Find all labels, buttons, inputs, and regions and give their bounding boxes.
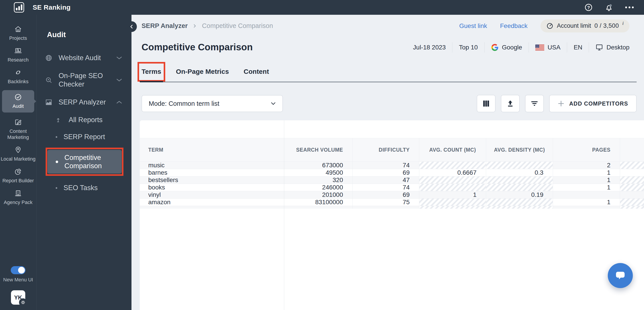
column-header-pages[interactable]: PAGES xyxy=(553,138,620,162)
return-arrow-icon xyxy=(56,116,62,123)
sidebar-item-agency-pack[interactable]: Agency Pack xyxy=(0,189,36,205)
menu-item-website-audit[interactable]: Website Audit xyxy=(36,54,132,62)
guest-link[interactable]: Guest link xyxy=(459,22,487,30)
tab-terms[interactable]: Terms xyxy=(142,62,161,82)
pages-cell: 1 xyxy=(553,169,620,176)
breadcrumb-parent[interactable]: SERP Analyzer xyxy=(142,22,188,30)
term-cell: music xyxy=(140,162,284,169)
pages-cell: 1 xyxy=(553,176,620,184)
term-cell: vinyl xyxy=(140,191,284,198)
column-header-difficulty[interactable]: DIFFICULTY xyxy=(352,138,419,162)
report-depth[interactable]: Top 10 xyxy=(452,42,484,52)
sidebar-item-audit[interactable]: Audit xyxy=(2,90,34,112)
competitors-row xyxy=(140,120,644,138)
new-menu-ui-label: New Menu UI xyxy=(3,277,33,283)
toggle-knob xyxy=(18,267,25,274)
search-volume-cell: 673000 xyxy=(284,162,352,169)
breadcrumb: SERP Analyzer Competitive Comparison xyxy=(142,22,273,30)
column-header-term[interactable]: TERM xyxy=(140,138,284,162)
chevron-down-icon xyxy=(116,56,122,60)
building-icon xyxy=(14,189,22,197)
terms-table-card: TERM SEARCH VOLUME DIFFICULTY AVG. COUNT… xyxy=(140,120,644,310)
feedback-link[interactable]: Feedback xyxy=(500,22,528,30)
sidebar-item-report-builder[interactable]: Report Builder xyxy=(0,168,36,184)
audit-panel-title: Audit xyxy=(36,30,132,39)
difficulty-cell: 74 xyxy=(352,184,419,191)
report-language[interactable]: EN xyxy=(567,42,589,52)
column-header-search-volume[interactable]: SEARCH VOLUME xyxy=(284,138,352,162)
chevron-down-icon xyxy=(271,102,276,105)
sidebar-item-projects[interactable]: Projects xyxy=(0,25,36,41)
search-volume-cell: 246000 xyxy=(284,184,352,191)
header-actions: Guest link Feedback Account limit 0 / 3,… xyxy=(459,20,630,32)
live-chat-button[interactable] xyxy=(608,263,633,288)
collapse-sidebar-button[interactable] xyxy=(126,21,137,32)
submenu-item-all-reports[interactable]: All Reports xyxy=(36,116,132,124)
brand: SE Ranking xyxy=(14,2,71,12)
table-row[interactable]: vinyl 201000 69 1 0.19 xyxy=(140,191,644,198)
table-header: TERM SEARCH VOLUME DIFFICULTY AVG. COUNT… xyxy=(140,138,644,162)
usa-flag-icon xyxy=(535,44,544,50)
info-icon: i xyxy=(622,20,624,26)
bullet-dot-icon xyxy=(56,160,58,163)
table-row[interactable]: bestsellers 320 47 1 xyxy=(140,176,644,184)
report-region[interactable]: USA xyxy=(528,42,567,52)
avg-density-cell: 0.19 xyxy=(486,191,553,198)
plus-icon xyxy=(558,100,564,107)
menu-item-serp-analyzer[interactable]: SERP Analyzer xyxy=(36,98,132,106)
submenu-item-competitive-comparison[interactable]: Competitive Comparison xyxy=(48,150,122,174)
more-menu-icon[interactable] xyxy=(625,6,634,9)
home-icon xyxy=(14,25,22,33)
submenu-item-serp-report[interactable]: SERP Report xyxy=(36,133,132,141)
avg-count-cell xyxy=(419,176,486,184)
columns-button[interactable] xyxy=(477,95,496,112)
brand-name: SE Ranking xyxy=(33,4,71,11)
column-header-avg-count[interactable]: AVG. COUNT (MC) xyxy=(419,138,486,162)
table-row[interactable]: barnes 49500 69 0.6667 0.3 1 xyxy=(140,169,644,176)
mode-select[interactable]: Mode: Common term list xyxy=(142,95,283,112)
gauge-icon xyxy=(546,22,554,30)
column-header-avg-density[interactable]: AVG. DENSITY (MC) xyxy=(486,138,553,162)
term-cell: barnes xyxy=(140,169,284,176)
search-volume-cell: 49500 xyxy=(284,169,352,176)
serp-chart-icon xyxy=(45,98,53,106)
add-competitors-button[interactable]: ADD COMPETITORS xyxy=(549,95,637,112)
primary-sidebar: Projects Research Backlinks Audit Conten… xyxy=(0,15,36,310)
avg-count-cell xyxy=(419,184,486,191)
report-date[interactable]: Jul-18 2023 xyxy=(413,42,452,52)
report-search-engine[interactable]: Google xyxy=(484,42,528,52)
help-icon[interactable]: ? xyxy=(584,3,593,12)
table-body: music 673000 74 2 barnes 49500 69 0.6667… xyxy=(140,162,644,206)
export-button[interactable] xyxy=(501,95,520,112)
menu-item-onpage-seo-checker[interactable]: On-Page SEO Checker xyxy=(36,72,132,88)
filter-button[interactable] xyxy=(525,95,544,112)
settings-gear-icon[interactable] xyxy=(19,298,27,306)
account-limit-badge[interactable]: Account limit 0 / 3,500 i xyxy=(540,20,630,32)
globe-icon xyxy=(45,54,53,62)
breadcrumb-bar: SERP Analyzer Competitive Comparison Gue… xyxy=(132,15,644,37)
sidebar-item-content-marketing[interactable]: Content Marketing xyxy=(0,118,36,140)
user-avatar[interactable]: YK xyxy=(11,290,25,305)
avg-count-cell xyxy=(419,162,486,169)
sidebar-item-backlinks[interactable]: Backlinks xyxy=(0,68,36,84)
sidebar-item-local-marketing[interactable]: Local Marketing xyxy=(0,146,36,162)
table-row[interactable]: amazon 83100000 75 1 xyxy=(140,198,644,206)
sidebar-item-research[interactable]: Research xyxy=(0,47,36,63)
avg-density-cell xyxy=(486,162,553,169)
app-window: SE Ranking ? Projects Research xyxy=(0,0,644,310)
difficulty-cell: 69 xyxy=(352,169,419,176)
difficulty-cell: 74 xyxy=(352,162,419,169)
bullet-dot-icon xyxy=(56,136,57,138)
search-volume-cell: 83100000 xyxy=(284,198,352,206)
bullet-dot-icon xyxy=(56,187,57,189)
bell-icon[interactable] xyxy=(604,3,614,12)
submenu-item-seo-tasks[interactable]: SEO Tasks xyxy=(36,184,132,192)
tab-onpage-metrics[interactable]: On-Page Metrics xyxy=(176,62,229,82)
google-icon xyxy=(491,44,499,51)
tab-content[interactable]: Content xyxy=(244,62,269,82)
table-row[interactable]: books 246000 74 1 xyxy=(140,184,644,191)
report-device[interactable]: Desktop xyxy=(589,42,630,52)
new-menu-ui-toggle[interactable] xyxy=(11,266,26,274)
table-row[interactable]: music 673000 74 2 xyxy=(140,162,644,169)
check-circle-icon xyxy=(14,93,22,101)
